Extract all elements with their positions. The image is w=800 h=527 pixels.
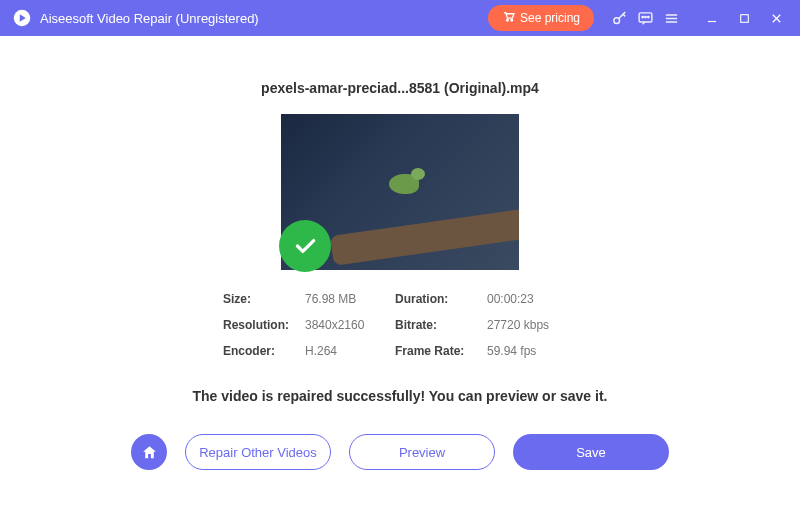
- app-window: Aiseesoft Video Repair (Unregistered) Se…: [0, 0, 800, 527]
- app-logo-icon: [12, 8, 32, 28]
- success-check-icon: [279, 220, 331, 272]
- main-content: pexels-amar-preciad...8581 (Original).mp…: [8, 44, 792, 519]
- framerate-label: Frame Rate:: [395, 344, 487, 358]
- framerate-value: 59.94 fps: [487, 344, 577, 358]
- svg-rect-8: [740, 14, 748, 22]
- repair-other-videos-button[interactable]: Repair Other Videos: [185, 434, 331, 470]
- duration-value: 00:00:23: [487, 292, 577, 306]
- save-button[interactable]: Save: [513, 434, 669, 470]
- home-button[interactable]: [131, 434, 167, 470]
- encoder-label: Encoder:: [223, 344, 305, 358]
- feedback-icon[interactable]: [632, 5, 658, 31]
- status-message: The video is repaired successfully! You …: [193, 388, 608, 404]
- size-label: Size:: [223, 292, 305, 306]
- svg-point-1: [507, 19, 509, 21]
- svg-point-6: [644, 16, 645, 17]
- resolution-value: 3840x2160: [305, 318, 395, 332]
- file-name: pexels-amar-preciad...8581 (Original).mp…: [261, 80, 539, 96]
- video-info-grid: Size: 76.98 MB Duration: 00:00:23 Resolu…: [223, 292, 577, 358]
- duration-label: Duration:: [395, 292, 487, 306]
- minimize-button[interactable]: [700, 6, 724, 30]
- svg-point-2: [511, 19, 513, 21]
- bitrate-label: Bitrate:: [395, 318, 487, 332]
- svg-point-7: [647, 16, 648, 17]
- maximize-button[interactable]: [732, 6, 756, 30]
- see-pricing-button[interactable]: See pricing: [488, 5, 594, 31]
- action-bar: Repair Other Videos Preview Save: [131, 434, 669, 470]
- svg-point-3: [613, 17, 619, 23]
- titlebar: Aiseesoft Video Repair (Unregistered) Se…: [0, 0, 800, 36]
- video-thumbnail: [281, 114, 519, 270]
- bitrate-value: 27720 kbps: [487, 318, 577, 332]
- see-pricing-label: See pricing: [520, 11, 580, 25]
- svg-point-5: [641, 16, 642, 17]
- cart-icon: [502, 10, 515, 26]
- app-title: Aiseesoft Video Repair (Unregistered): [40, 11, 259, 26]
- size-value: 76.98 MB: [305, 292, 395, 306]
- resolution-label: Resolution:: [223, 318, 305, 332]
- preview-button[interactable]: Preview: [349, 434, 495, 470]
- encoder-value: H.264: [305, 344, 395, 358]
- key-icon[interactable]: [606, 5, 632, 31]
- close-button[interactable]: [764, 6, 788, 30]
- menu-icon[interactable]: [658, 5, 684, 31]
